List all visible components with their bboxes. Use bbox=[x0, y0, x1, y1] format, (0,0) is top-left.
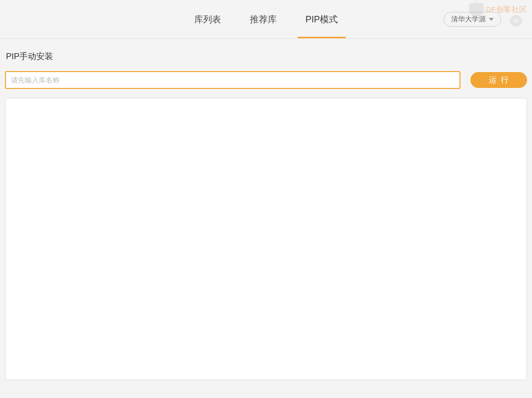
run-button[interactable]: 运行 bbox=[470, 72, 527, 88]
header-bar: 库列表 推荐库 PIP模式 清华大学源 bbox=[0, 0, 532, 39]
output-area[interactable] bbox=[5, 98, 527, 380]
tab-bar: 库列表 推荐库 PIP模式 bbox=[192, 0, 340, 38]
watermark-text: DF创客社区 bbox=[486, 5, 527, 14]
robot-icon bbox=[469, 3, 484, 16]
tab-pip-mode[interactable]: PIP模式 bbox=[304, 0, 340, 38]
main-content: PIP手动安装 运行 bbox=[0, 39, 532, 385]
tab-label: 库列表 bbox=[194, 13, 221, 25]
section-title: PIP手动安装 bbox=[5, 51, 527, 62]
close-icon[interactable] bbox=[510, 15, 522, 27]
chevron-down-icon bbox=[489, 18, 494, 21]
tab-label: 推荐库 bbox=[250, 13, 277, 25]
watermark: DF创客社区 bbox=[469, 3, 527, 16]
library-name-input[interactable] bbox=[5, 71, 460, 89]
tab-library-list[interactable]: 库列表 bbox=[192, 0, 223, 38]
source-selected-label: 清华大学源 bbox=[451, 15, 486, 24]
tab-label: PIP模式 bbox=[305, 13, 338, 25]
input-row: 运行 bbox=[5, 71, 527, 89]
tab-recommended[interactable]: 推荐库 bbox=[248, 0, 279, 38]
